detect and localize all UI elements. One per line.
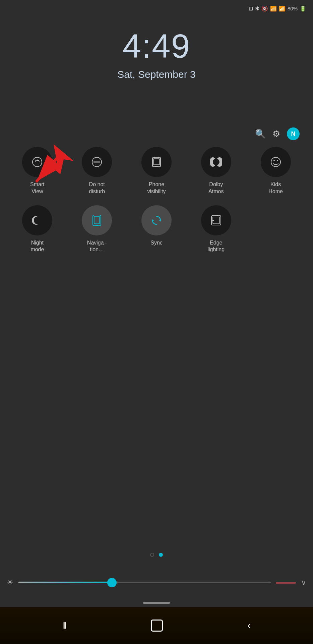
dolby-atmos-label: DolbyAtmos [208, 181, 224, 195]
tile-navigation[interactable]: Naviga–tion… [70, 205, 124, 254]
tile-phone-visibility[interactable]: Phonevisibility [129, 147, 184, 195]
empty-tile [248, 205, 303, 254]
gear-icon[interactable]: ⚙ [272, 129, 280, 139]
tile-night-mode[interactable]: Nightmode [10, 205, 65, 254]
svg-marker-16 [159, 219, 161, 222]
quick-settings: 🔍 ⚙ N SmartView Do no [10, 127, 303, 253]
nfc-icon: ⊡ [249, 5, 253, 12]
back-button[interactable]: ‹ [248, 620, 251, 631]
battery-level: 80% [288, 6, 298, 11]
svg-rect-5 [153, 159, 160, 165]
tile-do-not-disturb[interactable]: Do notdisturb [70, 147, 124, 195]
home-button[interactable] [151, 620, 163, 632]
tile-smart-view[interactable]: SmartView [10, 147, 65, 195]
status-bar: ⊡ ✱ 🔇 📶 📶 80% 🔋 [0, 0, 313, 17]
slider-end-mark [276, 582, 296, 584]
svg-rect-14 [94, 216, 100, 224]
notification-letter: N [291, 130, 296, 138]
mute-icon: 🔇 [261, 5, 268, 12]
slider-fill [18, 582, 112, 583]
svg-point-0 [33, 157, 42, 167]
svg-rect-9 [213, 159, 220, 165]
sync-icon [141, 205, 172, 235]
edge-lighting-label: Edgelighting [207, 239, 225, 254]
svg-marker-17 [152, 219, 154, 222]
do-not-disturb-icon [82, 147, 112, 177]
slider-thumb[interactable] [107, 578, 117, 587]
tile-kids-home[interactable]: KidsHome [248, 147, 303, 195]
tile-sync[interactable]: Sync [129, 205, 184, 254]
brightness-slider[interactable] [18, 582, 271, 584]
slider-track [18, 582, 271, 583]
svg-point-12 [277, 160, 278, 161]
do-not-disturb-label: Do notdisturb [89, 181, 105, 195]
signal-icon: 📶 [279, 5, 286, 12]
chevron-down-icon[interactable]: ∨ [301, 578, 306, 587]
bluetooth-icon: ✱ [255, 5, 259, 12]
clock-area: 4:49 Sat, September 3 [0, 27, 313, 80]
page-dot-1[interactable] [150, 553, 154, 557]
tiles-row-1: SmartView Do notdisturb Phonevisibility [10, 147, 303, 195]
sync-label: Sync [150, 239, 163, 247]
tile-dolby-atmos[interactable]: DolbyAtmos [189, 147, 243, 195]
kids-home-icon [261, 147, 291, 177]
dolby-atmos-icon [201, 147, 231, 177]
date-display: Sat, September 3 [0, 69, 313, 80]
kids-home-label: KidsHome [268, 181, 283, 195]
wifi-icon: 📶 [270, 5, 277, 12]
status-icons: ⊡ ✱ 🔇 📶 📶 80% 🔋 [249, 5, 306, 12]
search-icon[interactable]: 🔍 [255, 129, 266, 139]
time-display: 4:49 [0, 27, 313, 65]
night-mode-icon [22, 205, 52, 235]
page-indicators [0, 553, 313, 557]
nav-bar: ⫴ ‹ [0, 607, 313, 644]
smart-view-label: SmartView [30, 181, 45, 195]
battery-icon: 🔋 [300, 5, 306, 12]
recent-apps-icon[interactable]: ⫴ [62, 620, 66, 631]
notification-badge[interactable]: N [287, 127, 300, 140]
svg-point-10 [271, 157, 280, 167]
navigation-icon [82, 205, 112, 235]
phone-visibility-label: Phonevisibility [147, 181, 166, 195]
top-controls-row: 🔍 ⚙ N [10, 127, 303, 140]
page-dot-2[interactable] [159, 553, 163, 557]
home-indicator-bar [143, 602, 170, 604]
brightness-icon: ☀ [7, 578, 13, 587]
night-mode-label: Nightmode [30, 239, 44, 254]
tile-edge-lighting[interactable]: Edgelighting [189, 205, 243, 254]
home-indicator [0, 602, 313, 604]
smart-view-icon [22, 147, 52, 177]
edge-lighting-icon [201, 205, 231, 235]
svg-point-11 [273, 160, 275, 161]
navigation-label: Naviga–tion… [87, 239, 107, 254]
phone-visibility-icon [141, 147, 172, 177]
brightness-row: ☀ ∨ [7, 578, 306, 587]
tiles-row-2: Nightmode Naviga–tion… Sy [10, 205, 303, 254]
